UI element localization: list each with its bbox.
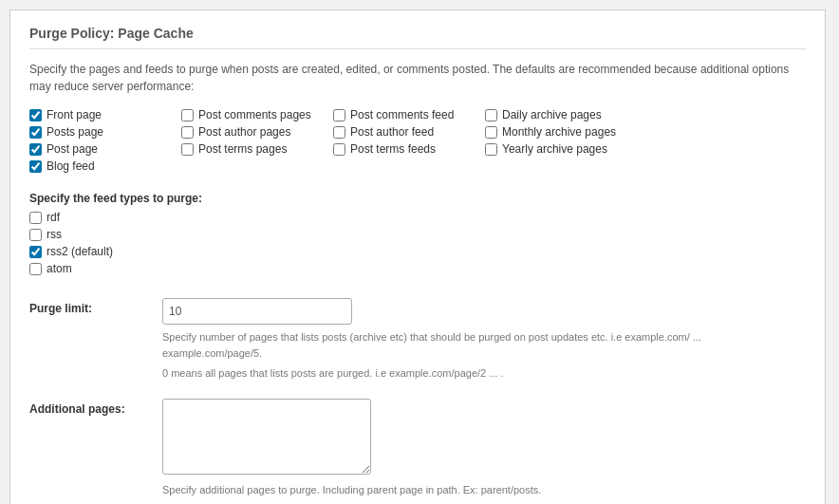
feed-rdf-input[interactable] (29, 212, 42, 224)
checkbox-yearly-archive-input[interactable] (485, 143, 497, 156)
feed-rdf-label: rdf (47, 211, 60, 224)
checkbox-yearly-archive-label: Yearly archive pages (502, 142, 607, 156)
feed-rss-label: rss (47, 228, 62, 241)
checkbox-post-comments-feed-input[interactable] (333, 109, 345, 121)
feed-atom-label: atom (47, 262, 72, 275)
checkbox-daily-archive-label: Daily archive pages (502, 108, 602, 121)
checkbox-post-author-pages-label: Post author pages (198, 125, 290, 139)
feed-section-label: Specify the feed types to purge: (29, 192, 806, 205)
purge-limit-help2: 0 means all pages that lists posts are p… (162, 365, 732, 382)
purge-limit-label: Purge limit: (29, 298, 162, 382)
feed-rss-input[interactable] (29, 229, 42, 241)
checkbox-col-4: Daily archive pages Monthly archive page… (485, 108, 637, 173)
page-wrapper: Purge Policy: Page Cache Specify the pag… (9, 9, 826, 504)
checkbox-col-1: Front page Posts page Post page Blog fee… (29, 108, 181, 173)
checkbox-post-terms-pages-label: Post terms pages (198, 142, 287, 156)
checkbox-daily-archive-input[interactable] (485, 109, 497, 121)
feed-atom-input[interactable] (29, 263, 42, 275)
additional-pages-row: Additional pages: Specify additional pag… (29, 399, 806, 498)
feed-rss2[interactable]: rss2 (default) (29, 245, 806, 258)
checkbox-post-author-feed[interactable]: Post author feed (333, 125, 475, 139)
additional-pages-help: Specify additional pages to purge. Inclu… (162, 482, 732, 498)
checkbox-post-page-label: Post page (47, 142, 98, 156)
checkbox-post-comments-feed[interactable]: Post comments feed (333, 108, 475, 121)
checkbox-post-page[interactable]: Post page (29, 142, 172, 156)
checkbox-grid: Front page Posts page Post page Blog fee… (29, 108, 806, 173)
checkbox-yearly-archive[interactable]: Yearly archive pages (485, 142, 627, 156)
description: Specify the pages and feeds to purge whe… (29, 61, 806, 95)
checkbox-post-author-feed-label: Post author feed (350, 125, 434, 139)
checkbox-post-author-pages[interactable]: Post author pages (181, 125, 324, 139)
checkbox-post-comments-feed-label: Post comments feed (350, 108, 454, 121)
additional-pages-control: Specify additional pages to purge. Inclu… (162, 399, 806, 498)
feed-rss[interactable]: rss (29, 228, 806, 241)
checkbox-posts-page-input[interactable] (29, 126, 42, 139)
checkbox-post-author-feed-input[interactable] (333, 126, 345, 139)
checkbox-front-page-label: Front page (47, 108, 102, 121)
checkbox-daily-archive[interactable]: Daily archive pages (485, 108, 627, 121)
checkbox-blog-feed[interactable]: Blog feed (29, 159, 172, 173)
purge-limit-input[interactable] (162, 298, 352, 325)
feed-rss2-label: rss2 (default) (47, 245, 113, 258)
checkbox-blog-feed-label: Blog feed (47, 159, 95, 173)
checkbox-posts-page[interactable]: Posts page (29, 125, 172, 139)
feed-rdf[interactable]: rdf (29, 211, 806, 224)
purge-limit-row: Purge limit: Specify number of pages tha… (29, 298, 806, 382)
checkbox-front-page-input[interactable] (29, 109, 42, 121)
checkbox-front-page[interactable]: Front page (29, 108, 172, 121)
checkbox-post-terms-feeds-label: Post terms feeds (350, 142, 436, 156)
feed-atom[interactable]: atom (29, 262, 806, 275)
purge-limit-control: Specify number of pages that lists posts… (162, 298, 806, 382)
checkbox-post-terms-pages[interactable]: Post terms pages (181, 142, 324, 156)
checkbox-col-2: Post comments pages Post author pages Po… (181, 108, 333, 173)
checkbox-post-terms-pages-input[interactable] (181, 143, 194, 156)
checkbox-monthly-archive[interactable]: Monthly archive pages (485, 125, 627, 139)
additional-pages-label: Additional pages: (29, 399, 162, 498)
checkbox-col-3: Post comments feed Post author feed Post… (333, 108, 485, 173)
checkbox-post-comments-pages[interactable]: Post comments pages (181, 108, 324, 121)
additional-pages-textarea[interactable] (162, 399, 371, 475)
checkbox-blog-feed-input[interactable] (29, 160, 42, 173)
purge-limit-help1: Specify number of pages that lists posts… (162, 329, 732, 361)
checkbox-post-terms-feeds-input[interactable] (333, 143, 345, 156)
feed-rss2-input[interactable] (29, 246, 42, 258)
checkbox-post-comments-pages-label: Post comments pages (198, 108, 311, 121)
page-title: Purge Policy: Page Cache (29, 26, 806, 49)
checkbox-post-page-input[interactable] (29, 143, 42, 156)
checkbox-monthly-archive-label: Monthly archive pages (502, 125, 616, 139)
feed-section: Specify the feed types to purge: rdf rss… (29, 192, 806, 275)
checkbox-post-author-pages-input[interactable] (181, 126, 194, 139)
checkbox-post-terms-feeds[interactable]: Post terms feeds (333, 142, 475, 156)
checkbox-monthly-archive-input[interactable] (485, 126, 497, 139)
checkbox-posts-page-label: Posts page (47, 125, 103, 139)
checkbox-post-comments-pages-input[interactable] (181, 109, 194, 121)
